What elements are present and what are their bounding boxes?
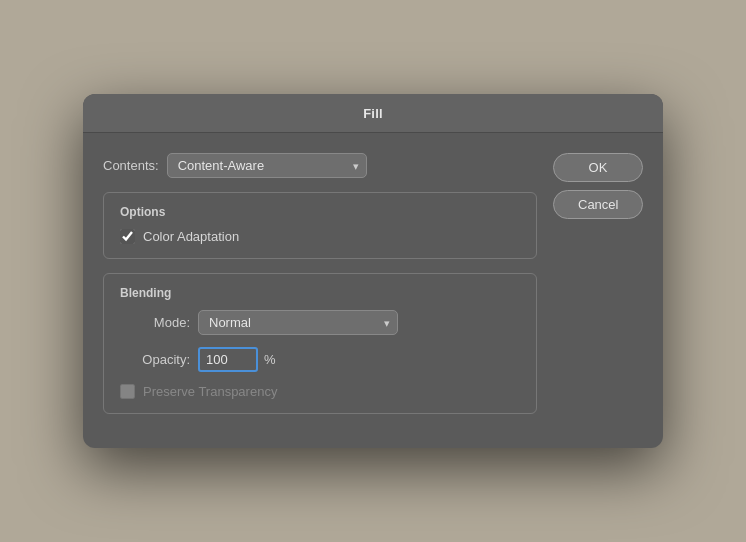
contents-row: Contents: Content-Aware Foreground Color…: [103, 153, 537, 178]
options-section: Options Color Adaptation: [103, 192, 537, 259]
preserve-transparency-label: Preserve Transparency: [143, 384, 277, 399]
mode-select[interactable]: Normal Dissolve Multiply Screen Overlay …: [198, 310, 398, 335]
blending-section: Blending Mode: Normal Dissolve Multiply …: [103, 273, 537, 414]
preserve-transparency-row: Preserve Transparency: [120, 384, 520, 399]
opacity-row: Opacity: %: [120, 347, 520, 372]
color-adaptation-label: Color Adaptation: [143, 229, 239, 244]
contents-label: Contents:: [103, 158, 159, 173]
cancel-button[interactable]: Cancel: [553, 190, 643, 219]
color-adaptation-row: Color Adaptation: [120, 229, 520, 244]
mode-label: Mode:: [120, 315, 190, 330]
main-layout: Contents: Content-Aware Foreground Color…: [103, 153, 643, 428]
right-buttons: OK Cancel: [553, 153, 643, 428]
percent-label: %: [264, 352, 276, 367]
opacity-label: Opacity:: [120, 352, 190, 367]
left-content: Contents: Content-Aware Foreground Color…: [103, 153, 537, 428]
contents-left: Contents: Content-Aware Foreground Color…: [103, 153, 367, 178]
title-bar: Fill: [83, 94, 663, 133]
contents-select-wrapper[interactable]: Content-Aware Foreground Color Backgroun…: [167, 153, 367, 178]
fill-dialog: Fill Contents: Content-Aware Foreground …: [83, 94, 663, 448]
blending-title: Blending: [120, 286, 520, 300]
opacity-input[interactable]: [198, 347, 258, 372]
contents-select[interactable]: Content-Aware Foreground Color Backgroun…: [167, 153, 367, 178]
dialog-body: Contents: Content-Aware Foreground Color…: [83, 133, 663, 448]
ok-button[interactable]: OK: [553, 153, 643, 182]
mode-select-wrapper[interactable]: Normal Dissolve Multiply Screen Overlay …: [198, 310, 398, 335]
color-adaptation-checkbox[interactable]: [120, 229, 135, 244]
options-title: Options: [120, 205, 520, 219]
preserve-transparency-checkbox: [120, 384, 135, 399]
mode-row: Mode: Normal Dissolve Multiply Screen Ov…: [120, 310, 520, 335]
dialog-title: Fill: [363, 106, 383, 121]
